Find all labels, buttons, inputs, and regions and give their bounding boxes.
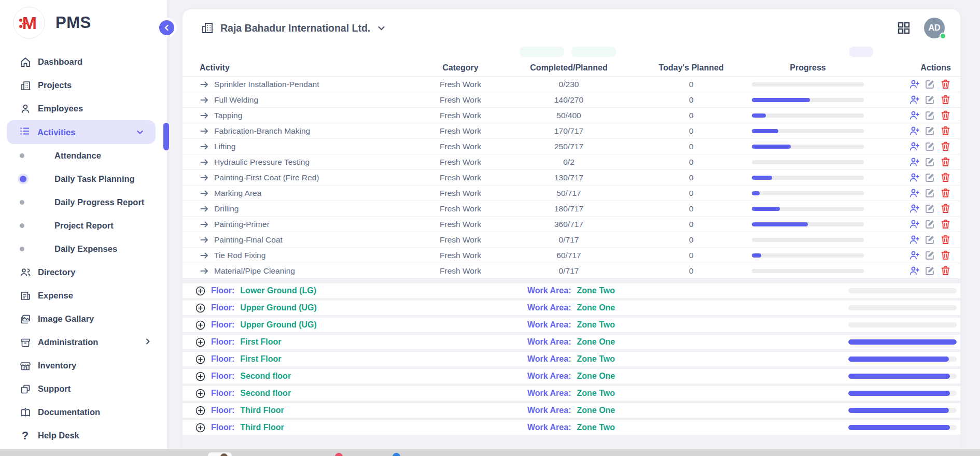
assign-user-button[interactable] xyxy=(908,125,920,137)
sidebar-item-image-gallary[interactable]: Image Gallary xyxy=(0,307,167,331)
work-area-label: Work Area: xyxy=(527,320,571,330)
arrow-right-icon[interactable] xyxy=(200,220,209,229)
delete-button[interactable] xyxy=(940,125,951,137)
edit-button[interactable] xyxy=(924,156,935,168)
edit-button[interactable] xyxy=(924,234,935,246)
delete-button[interactable] xyxy=(940,110,951,121)
sidebar-subitem-project-report[interactable]: Project Report xyxy=(0,214,167,237)
expand-plus-icon[interactable] xyxy=(195,389,205,398)
taskbar-item[interactable] xyxy=(208,452,232,456)
floor-row[interactable]: Floor: First Floor Work Area: Zone Two xyxy=(183,352,960,366)
sidebar-item-inventory[interactable]: Inventory xyxy=(0,354,167,377)
expand-plus-icon[interactable] xyxy=(195,354,205,364)
table-row: Full Welding Fresh Work 140/270 0 xyxy=(183,92,960,108)
assign-user-button[interactable] xyxy=(908,188,920,199)
assign-user-button[interactable] xyxy=(908,250,920,261)
delete-button[interactable] xyxy=(940,172,951,183)
sidebar-item-projects[interactable]: Projects xyxy=(0,74,167,97)
assign-user-button[interactable] xyxy=(908,203,920,215)
arrow-right-icon[interactable] xyxy=(200,235,209,245)
assign-user-button[interactable] xyxy=(908,219,920,230)
delete-button[interactable] xyxy=(940,203,951,215)
delete-button[interactable] xyxy=(940,79,951,90)
edit-button[interactable] xyxy=(924,188,935,199)
floor-row[interactable]: Floor: Third Floor Work Area: Zone Two xyxy=(183,420,960,435)
arrow-right-icon[interactable] xyxy=(200,126,209,136)
edit-button[interactable] xyxy=(924,172,935,183)
sidebar-item-expense[interactable]: Expense xyxy=(0,284,167,307)
assign-user-button[interactable] xyxy=(908,234,920,246)
edit-button[interactable] xyxy=(924,79,935,90)
edit-button[interactable] xyxy=(924,250,935,261)
sidebar-item-help-desk[interactable]: ? Help Desk xyxy=(0,424,167,447)
arrow-right-icon[interactable] xyxy=(200,111,209,120)
sidebar-item-employees[interactable]: Employees xyxy=(0,97,167,120)
apps-grid-icon[interactable] xyxy=(897,21,911,35)
arrow-right-icon[interactable] xyxy=(200,204,209,213)
arrow-right-icon[interactable] xyxy=(200,95,209,105)
delete-button[interactable] xyxy=(940,141,951,152)
edit-button[interactable] xyxy=(924,203,935,215)
sidebar-item-dashboard[interactable]: Dashboard xyxy=(0,50,167,74)
assign-user-button[interactable] xyxy=(908,79,920,90)
sidebar-subitem-attendance[interactable]: Attendance xyxy=(0,144,167,167)
assign-user-button[interactable] xyxy=(908,156,920,168)
edit-button[interactable] xyxy=(924,219,935,230)
delete-button[interactable] xyxy=(940,250,951,261)
person-plus-icon xyxy=(909,172,920,183)
expand-plus-icon[interactable] xyxy=(195,286,205,296)
expand-plus-icon[interactable] xyxy=(195,303,205,313)
delete-button[interactable] xyxy=(940,265,951,277)
assign-user-button[interactable] xyxy=(908,94,920,106)
floor-row[interactable]: Floor: Third Floor Work Area: Zone One xyxy=(183,403,960,418)
sidebar-subitem-daily-progress-report[interactable]: Daily Progress Report xyxy=(0,191,167,214)
assign-user-button[interactable] xyxy=(908,110,920,121)
todays-planned-value: 0 xyxy=(689,158,694,166)
sidebar-item-activities[interactable]: Activities xyxy=(7,120,156,144)
arrow-right-icon[interactable] xyxy=(200,189,209,198)
sidebar-item-support[interactable]: Support xyxy=(0,377,167,401)
expand-plus-icon[interactable] xyxy=(195,372,205,381)
edit-button[interactable] xyxy=(924,265,935,277)
floor-row[interactable]: Floor: Second floor Work Area: Zone Two xyxy=(183,386,960,401)
assign-user-button[interactable] xyxy=(908,141,920,152)
company-selector[interactable]: Raja Bahadur International Ltd. xyxy=(201,21,386,35)
arrow-right-icon[interactable] xyxy=(200,173,209,182)
delete-button[interactable] xyxy=(940,94,951,106)
arrow-right-icon[interactable] xyxy=(200,158,209,167)
expand-plus-icon[interactable] xyxy=(195,320,205,330)
sidebar-item-administration[interactable]: Administration xyxy=(0,331,167,354)
arrow-right-icon[interactable] xyxy=(200,266,209,276)
delete-button[interactable] xyxy=(940,234,951,246)
sidebar-item-documentation[interactable]: Documentation xyxy=(0,401,167,424)
edit-button[interactable] xyxy=(924,110,935,121)
edit-button[interactable] xyxy=(924,141,935,152)
delete-button[interactable] xyxy=(940,219,951,230)
sidebar-subitem-daily-task-planning[interactable]: Daily Task Planning xyxy=(0,167,167,191)
edit-button[interactable] xyxy=(924,125,935,137)
sidebar-subitem-daily-expenses[interactable]: Daily Expenses xyxy=(0,237,167,261)
floor-row[interactable]: Floor: First Floor Work Area: Zone One xyxy=(183,335,960,349)
assign-user-button[interactable] xyxy=(908,265,920,277)
expand-plus-icon[interactable] xyxy=(195,406,205,416)
expand-plus-icon[interactable] xyxy=(195,423,205,433)
arrow-right-icon[interactable] xyxy=(200,142,209,151)
column-header-completed-planned: Completed/Planned xyxy=(507,63,631,73)
delete-button[interactable] xyxy=(940,188,951,199)
assign-user-button[interactable] xyxy=(908,172,920,183)
delete-button[interactable] xyxy=(940,156,951,168)
taskbar-icon-red[interactable] xyxy=(335,453,343,456)
expand-plus-icon[interactable] xyxy=(195,337,205,347)
floor-row[interactable]: Floor: Lower Ground (LG) Work Area: Zone… xyxy=(183,283,960,298)
floor-row[interactable]: Floor: Upper Ground (UG) Work Area: Zone… xyxy=(183,318,960,332)
arrow-right-icon[interactable] xyxy=(200,80,209,89)
avatar[interactable]: AD xyxy=(924,18,945,38)
floor-row[interactable]: Floor: Upper Ground (UG) Work Area: Zone… xyxy=(183,301,960,315)
sidebar-collapse-button[interactable] xyxy=(159,20,174,35)
floor-row[interactable]: Floor: Second floor Work Area: Zone One xyxy=(183,369,960,383)
taskbar-icon-blue[interactable] xyxy=(393,453,400,456)
progress-bar xyxy=(752,82,864,87)
edit-button[interactable] xyxy=(924,94,935,106)
arrow-right-icon[interactable] xyxy=(200,251,209,260)
sidebar-item-directory[interactable]: Directory xyxy=(0,261,167,284)
